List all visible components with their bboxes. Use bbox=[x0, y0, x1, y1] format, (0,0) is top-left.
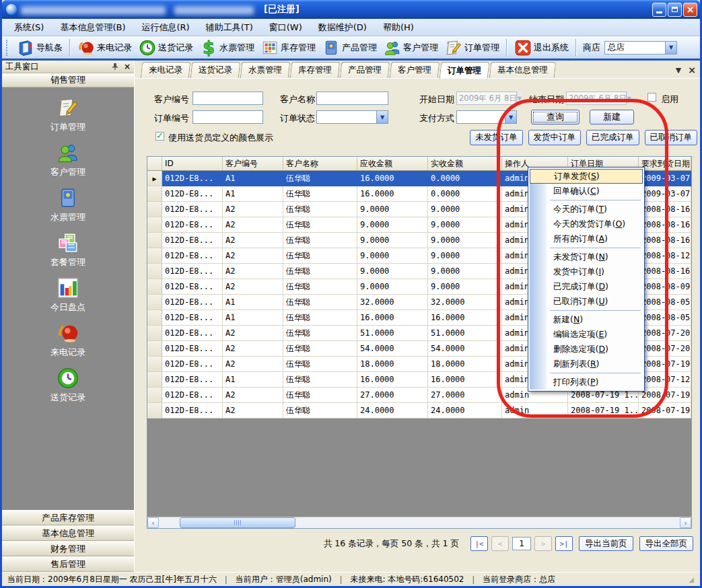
table-cell: 2009-03-07 2... bbox=[639, 171, 691, 186]
sidebar-section-bar[interactable]: 产品库存管理 bbox=[2, 510, 134, 525]
shop-select[interactable]: 总店▼ bbox=[604, 41, 677, 54]
tab-水票管理[interactable]: 水票管理 bbox=[240, 62, 291, 78]
pay-method-select[interactable]: ▼ bbox=[456, 110, 517, 124]
tab-产品管理[interactable]: 产品管理 bbox=[340, 62, 390, 78]
toolbar-button[interactable]: $水票管理 bbox=[197, 38, 258, 58]
tab-来电记录[interactable]: 来电记录 bbox=[141, 62, 191, 78]
context-menu-item[interactable]: 刷新列表(R) bbox=[530, 357, 643, 371]
order-status-filter-buttons: 未发货订单发货中订单已完成订单已取消订单 bbox=[470, 130, 697, 145]
context-menu-item[interactable]: 删除选定项(D) bbox=[530, 342, 643, 357]
minimize-button[interactable] bbox=[652, 3, 666, 17]
last-page-button[interactable]: >| bbox=[555, 536, 573, 551]
sidebar-section-bar[interactable]: 基本信息管理 bbox=[2, 525, 134, 541]
toolbar-button[interactable]: 来电记录 bbox=[74, 38, 135, 58]
context-menu-item[interactable]: 新建(N) bbox=[530, 312, 643, 327]
sidebar-item-delivery-clock[interactable]: 送货记录 bbox=[28, 367, 108, 412]
order-filter-button[interactable]: 已取消订单 bbox=[645, 130, 698, 145]
resize-grip[interactable]: ◢ bbox=[689, 576, 695, 583]
tab-送货记录[interactable]: 送货记录 bbox=[190, 62, 241, 78]
menubar-item[interactable]: 窗口(W) bbox=[261, 19, 310, 36]
sidebar-close-icon[interactable]: × bbox=[124, 63, 131, 71]
sidebar-item-call-bell[interactable]: 来电记录 bbox=[28, 322, 108, 367]
context-menu-item[interactable]: 发货中订单(I) bbox=[530, 264, 643, 279]
context-menu-item[interactable]: 编辑选定项(E) bbox=[530, 327, 643, 342]
start-date-picker[interactable]: 2009年 6月 8日▼ bbox=[456, 91, 517, 105]
context-menu-item[interactable]: 回单确认(C) bbox=[530, 184, 643, 198]
new-button[interactable]: 新建 bbox=[590, 110, 634, 124]
column-header[interactable]: 要求到货日期 bbox=[639, 157, 691, 170]
toolbar-button[interactable]: 退出系统 bbox=[511, 38, 572, 58]
column-header[interactable]: 实收金额 bbox=[428, 157, 502, 170]
column-header[interactable]: ID bbox=[162, 157, 223, 170]
menubar-item[interactable]: 帮助(H) bbox=[375, 19, 422, 36]
toolbar-button[interactable]: 送货记录 bbox=[135, 38, 197, 58]
horizontal-scrollbar[interactable]: ‹› bbox=[147, 517, 691, 528]
menubar-item[interactable]: 运行信息(R) bbox=[133, 19, 197, 36]
close-button[interactable]: × bbox=[683, 3, 697, 17]
delivery-color-checkbox[interactable] bbox=[155, 131, 164, 141]
pin-icon[interactable] bbox=[112, 63, 118, 71]
order-filter-button[interactable]: 未发货订单 bbox=[470, 130, 523, 145]
menubar-item[interactable]: 基本信息管理(B) bbox=[52, 19, 133, 36]
sidebar-item-order-scroll[interactable]: 订单管理 bbox=[28, 96, 108, 141]
tab-scroll-down-icon[interactable]: ▼ bbox=[676, 66, 681, 75]
menubar-item[interactable]: 数据维护(D) bbox=[310, 19, 375, 36]
sidebar-item-package-grid[interactable]: 套餐管理 bbox=[28, 231, 108, 277]
enable-checkbox[interactable] bbox=[647, 92, 656, 102]
context-menu-item[interactable]: 所有的订单(A) bbox=[530, 231, 643, 246]
column-header[interactable]: 客户名称 bbox=[283, 157, 357, 170]
context-menu-item[interactable]: 已完成订单(D) bbox=[530, 279, 643, 294]
row-header-cell bbox=[147, 326, 162, 341]
sidebar-item-customers[interactable]: 客户管理 bbox=[28, 141, 108, 186]
tab-基本信息管理[interactable]: 基本信息管理 bbox=[489, 62, 557, 78]
sidebar-section-bar[interactable]: 售后管理 bbox=[2, 556, 134, 572]
toolbar-button[interactable]: 客户管理 bbox=[380, 38, 442, 58]
customer-no-input[interactable] bbox=[192, 91, 263, 105]
order-status-select[interactable]: ▼ bbox=[316, 110, 388, 124]
table-cell: A1 bbox=[223, 310, 283, 326]
export-all-pages-button[interactable]: 导出全部页 bbox=[639, 536, 694, 551]
toolbar-button[interactable]: 库存管理 bbox=[258, 38, 319, 58]
next-page-button[interactable]: > bbox=[534, 536, 552, 551]
order-filter-button[interactable]: 发货中订单 bbox=[528, 130, 582, 145]
context-menu-item[interactable]: 订单发货(S) bbox=[530, 169, 643, 184]
order-filter-button[interactable]: 已完成订单 bbox=[586, 130, 639, 145]
chevron-down-icon: ▼ bbox=[505, 111, 516, 123]
sidebar-item-water-ticket[interactable]: 水票管理 bbox=[28, 186, 108, 231]
toolbar-button[interactable]: 产品管理 bbox=[319, 38, 380, 58]
order-no-input[interactable] bbox=[192, 110, 263, 124]
page-number-input[interactable] bbox=[512, 537, 531, 550]
toolbar-button[interactable]: 导航条 bbox=[13, 38, 66, 58]
sidebar-section-sales[interactable]: 销售管理 bbox=[2, 73, 134, 87]
context-menu-item[interactable]: 今天的订单(T) bbox=[530, 202, 643, 217]
context-menu-item[interactable]: 已取消订单(U) bbox=[530, 294, 643, 309]
table-cell: 32.0000 bbox=[428, 295, 502, 310]
column-header[interactable]: 客户编号 bbox=[223, 157, 283, 170]
first-page-button[interactable]: |< bbox=[470, 536, 488, 551]
tab-close-icon[interactable]: × bbox=[688, 65, 696, 75]
customer-name-input[interactable] bbox=[316, 91, 388, 105]
menubar-item[interactable]: 辅助工具(T) bbox=[198, 19, 261, 36]
scroll-left-icon[interactable]: ‹ bbox=[147, 517, 159, 528]
scroll-right-icon[interactable]: › bbox=[680, 517, 691, 528]
export-current-page-button[interactable]: 导出当前页 bbox=[579, 536, 633, 551]
query-button[interactable]: 查询 bbox=[531, 110, 580, 124]
tab-库存管理[interactable]: 库存管理 bbox=[290, 62, 341, 78]
context-menu-item[interactable]: 未发货订单(N) bbox=[530, 250, 643, 264]
tab-订单管理[interactable]: 订单管理 bbox=[440, 62, 490, 79]
tab-客户管理[interactable]: 客户管理 bbox=[390, 62, 440, 78]
menubar-item[interactable]: 系统(S) bbox=[6, 19, 52, 36]
end-date-picker[interactable]: 2009年 6月 8日▼ bbox=[566, 91, 627, 105]
maximize-button[interactable] bbox=[668, 3, 682, 17]
sidebar-section-bar[interactable]: 财务管理 bbox=[2, 541, 134, 556]
column-header[interactable]: 应收金额 bbox=[357, 157, 428, 170]
scrollbar-thumb[interactable] bbox=[180, 517, 295, 528]
table-row[interactable]: 012D-E8...A2伍华聪24.000024.0000admin2008-0… bbox=[147, 403, 691, 418]
context-menu-item[interactable]: 打印列表(P) bbox=[530, 375, 643, 390]
context-menu-item[interactable]: 今天的发货订单(O) bbox=[530, 217, 643, 231]
toolbar-button[interactable]: 订单管理 bbox=[442, 38, 503, 58]
toolbar-grip[interactable] bbox=[6, 40, 10, 56]
sidebar-item-chart[interactable]: 今日盘点 bbox=[28, 277, 108, 322]
prev-page-button[interactable]: < bbox=[491, 536, 509, 551]
toolbar-separator bbox=[506, 39, 507, 57]
